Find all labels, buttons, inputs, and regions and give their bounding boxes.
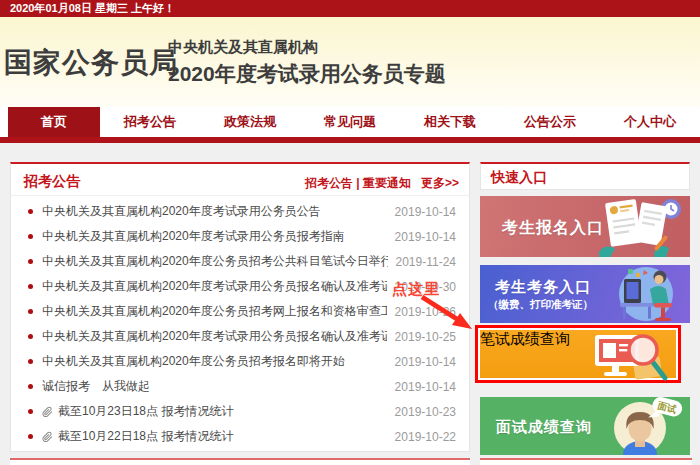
list-item: 中央机关及其直属机构2020年度考试录用公务员公告 2019-10-14	[11, 199, 469, 224]
list-item: 诚信报考 从我做起 2019-10-14	[11, 374, 469, 399]
announcement-date: 2019-10-14	[395, 230, 456, 244]
bullet-icon	[28, 234, 33, 239]
date-bar: 2020年01月08日 星期三 上午好！	[0, 0, 700, 17]
list-item: 中央机关及其直属机构2020年度公务员招考报名即将开始 2019-10-14	[11, 349, 469, 374]
written-score-highlight-border: 笔试成绩查询	[475, 325, 681, 383]
nav-tab-personal-center[interactable]: 个人中心	[600, 107, 700, 137]
quick-entry-title: 快速入口	[491, 169, 689, 187]
nav-tab-policies[interactable]: 政策法规	[200, 107, 300, 137]
announcement-link[interactable]: 中央机关及其直属机构2020年度考试录用公务员报名确认及准考证打印网址	[42, 328, 387, 345]
announcement-date: 2019-11-24	[396, 255, 457, 269]
subtitle-line1: 中央机关及其直属机构	[168, 38, 446, 57]
button-label: 考生考务入口	[495, 278, 591, 297]
date-text: 2020年01月08日 星期三 上午好！	[10, 2, 175, 14]
bullet-icon	[28, 384, 33, 389]
announcement-date: 2019-10-14	[395, 380, 456, 394]
list-item: 中央机关及其直属机构2020年度考试录用公务员报考指南 2019-10-14	[11, 224, 469, 249]
announcement-link[interactable]: 中央机关及其直属机构2020年度考试录用公务员公告	[42, 203, 387, 220]
link-divider: |	[353, 176, 363, 190]
announcement-list: 中央机关及其直属机构2020年度考试录用公务员公告 2019-10-14 中央机…	[11, 196, 469, 449]
bullet-icon	[28, 284, 33, 289]
site-header: 国家公务员局 中央机关及其直属机构 2020年度考试录用公务员专题	[0, 17, 700, 107]
list-item: 中央机关及其直属机构2020年度公务员招考网上报名和资格审查工作结束 2019-…	[11, 299, 469, 324]
bullet-icon	[28, 334, 33, 339]
registration-documents-icon	[593, 196, 688, 257]
content-area: 招考公告 招考公告 | 重要通知更多>> 中央机关及其直属机构2020年度考试录…	[0, 143, 700, 465]
announcement-date: 2019-10-23	[395, 405, 456, 419]
announcement-date: 2019-10-14	[395, 205, 456, 219]
button-label: 考生报名入口	[502, 218, 604, 239]
nav-tab-announcements[interactable]: 招考公告	[100, 107, 200, 137]
bullet-icon	[28, 209, 33, 214]
nav-tab-downloads[interactable]: 相关下载	[400, 107, 500, 137]
paperclip-icon	[42, 431, 53, 443]
announcements-title: 招考公告	[24, 173, 80, 191]
person-at-computer-icon	[598, 265, 690, 323]
written-score-query-button[interactable]: 笔试成绩查询	[480, 330, 676, 378]
bullet-icon	[28, 434, 33, 439]
partial-panel-right	[480, 458, 692, 465]
subtitle-line2: 2020年度考试录用公务员专题	[168, 60, 446, 88]
partial-panel-left	[10, 458, 470, 465]
nav-tab-faq[interactable]: 常见问题	[300, 107, 400, 137]
interview-avatar-icon: 面试	[600, 397, 688, 455]
candidate-exam-service-entry-button[interactable]: 考生考务入口 （缴费、打印准考证）	[480, 265, 690, 323]
nav-tab-public-notices[interactable]: 公告公示	[500, 107, 600, 137]
announcement-link[interactable]: 截至10月23日18点 报考情况统计	[58, 403, 387, 420]
red-arrow-icon	[408, 293, 483, 338]
quick-entry-panel: 快速入口	[480, 162, 690, 190]
announcement-link[interactable]: 中央机关及其直属机构2020年度考试录用公务员报考指南	[42, 228, 387, 245]
announcement-date: 2019-10-22	[395, 430, 456, 444]
button-label: 面试成绩查询	[496, 418, 592, 437]
list-item: 中央机关及其直属机构2020年度公务员招考公共科目笔试今日举行 2019-11-…	[11, 249, 469, 274]
bullet-icon	[28, 309, 33, 314]
bullet-icon	[28, 409, 33, 414]
announcements-panel: 招考公告 招考公告 | 重要通知更多>> 中央机关及其直属机构2020年度考试录…	[10, 162, 470, 452]
announcement-link[interactable]: 中央机关及其直属机构2020年度公务员招考报名即将开始	[42, 353, 387, 370]
bullet-icon	[28, 359, 33, 364]
announcement-link[interactable]: 诚信报考 从我做起	[42, 378, 387, 395]
bullet-icon	[28, 259, 33, 264]
list-item: 中央机关及其直属机构2020年度考试录用公务员报名确认及准考证打印网址 2019…	[11, 324, 469, 349]
button-sublabel: （缴费、打印准考证）	[488, 298, 593, 312]
main-nav: 首页 招考公告 政策法规 常见问题 相关下载 公告公示 个人中心	[0, 107, 700, 137]
announcement-link[interactable]: 中央机关及其直属机构2020年度考试录用公务员报名确认及准考证打印咨询电话	[42, 278, 387, 295]
button-label: 笔试成绩查询	[480, 330, 570, 347]
announcement-link[interactable]: 中央机关及其直属机构2020年度公务员招考公共科目笔试今日举行	[42, 253, 388, 270]
list-item: 截至10月23日18点 报考情况统计 2019-10-23	[11, 399, 469, 424]
list-item: 截至10月22日18点 报考情况统计 2019-10-22	[11, 424, 469, 449]
site-logo-text: 国家公务员局	[4, 44, 178, 82]
more-link[interactable]: 更多>>	[421, 176, 459, 190]
site-subtitle: 中央机关及其直属机构 2020年度考试录用公务员专题	[168, 38, 446, 88]
announcements-header-links: 招考公告 | 重要通知更多>>	[305, 175, 459, 192]
paperclip-icon	[42, 406, 53, 418]
page: 2020年01月08日 星期三 上午好！ 国家公务员局 中央机关及其直属机构 2…	[0, 0, 700, 465]
announcement-date: 2019-10-14	[395, 355, 456, 369]
monitor-magnifier-icon	[592, 332, 672, 386]
nav-tab-home[interactable]: 首页	[8, 107, 100, 137]
announcement-link[interactable]: 中央机关及其直属机构2020年度公务员招考网上报名和资格审查工作结束	[42, 303, 387, 320]
candidate-registration-entry-button[interactable]: 考生报名入口	[480, 196, 690, 257]
announcements-header: 招考公告 招考公告 | 重要通知更多>>	[11, 164, 469, 196]
announcement-link[interactable]: 截至10月22日18点 报考情况统计	[58, 428, 387, 445]
important-notice-link[interactable]: 重要通知	[363, 176, 411, 190]
interview-score-query-button[interactable]: 面试成绩查询 面试	[480, 397, 690, 455]
announcements-tab-link[interactable]: 招考公告	[305, 176, 353, 190]
